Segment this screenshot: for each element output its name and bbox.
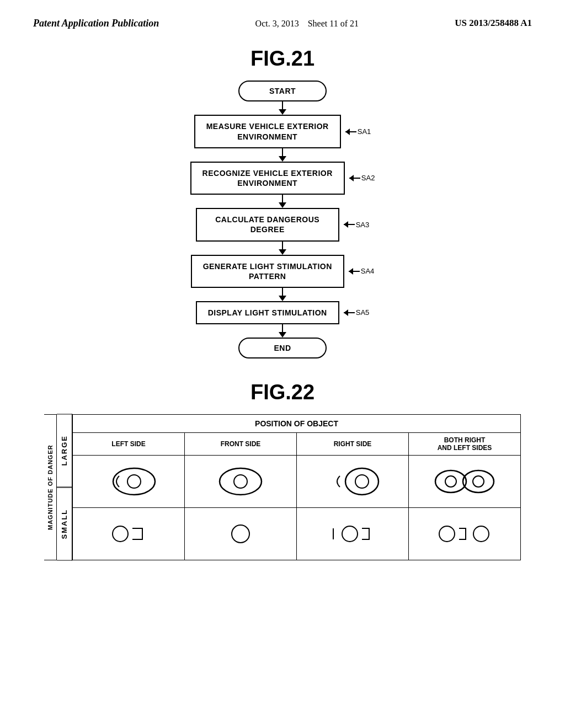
svg-point-1 — [127, 475, 141, 488]
fig22-section: FIG.22 MAGNITUDE OF DANGER LARGE SMALL P… — [44, 381, 521, 560]
diagram-both-large — [409, 457, 520, 506]
eye-svg-front-large — [213, 465, 268, 498]
svg-point-5 — [355, 475, 369, 488]
publication-label: Patent Application Publication — [33, 17, 159, 30]
diagram-left-large — [73, 457, 184, 506]
svg-point-12 — [342, 526, 358, 542]
fig21-title: FIG.21 — [44, 47, 521, 71]
flow-sa1: MEASURE VEHICLE EXTERIORENVIRONMENT SA1 — [194, 115, 371, 148]
sa5-line — [344, 312, 355, 313]
sa2-box: RECOGNIZE VEHICLE EXTERIORENVIRONMENT — [190, 162, 345, 195]
eye-svg-left-large — [98, 465, 159, 498]
end-box: END — [238, 338, 327, 358]
svg-point-4 — [345, 468, 379, 495]
flow-sa4: GENERATE LIGHT STIMULATIONPATTERN SA4 — [191, 255, 375, 288]
arrow-4 — [279, 242, 286, 255]
col-right-side: RIGHT SIDE — [297, 433, 409, 456]
eye-svg-right-large — [322, 465, 383, 498]
shaft-1 — [282, 101, 283, 109]
fig21-section: FIG.21 START MEASURE VEHICLE EXTERIORENV… — [44, 47, 521, 358]
sa2-label: SA2 — [361, 174, 375, 182]
shaft-6 — [282, 324, 283, 332]
svg-point-14 — [473, 526, 489, 542]
flow-sa3: CALCULATE DANGEROUSDEGREE SA3 — [196, 208, 370, 241]
patent-number: US 2013/258488 A1 — [455, 17, 532, 30]
eye-svg-both-small — [431, 517, 498, 550]
head-6 — [279, 332, 286, 338]
sa4-line — [349, 271, 360, 272]
arrow-6 — [279, 324, 286, 338]
header-row: POSITION OF OBJECT — [73, 415, 521, 433]
sa4-box: GENERATE LIGHT STIMULATIONPATTERN — [191, 255, 344, 288]
sa2-line — [349, 178, 360, 179]
cell-left-large — [73, 456, 185, 508]
page-header: Patent Application Publication Oct. 3, 2… — [0, 0, 565, 36]
header-center: Oct. 3, 2013 Sheet 11 of 21 — [255, 17, 359, 30]
date-text: Oct. 3, 2013 — [255, 19, 299, 28]
sa5-label-connector: SA5 — [344, 308, 370, 317]
sa1-label: SA1 — [358, 127, 371, 136]
diagram-front-large — [185, 457, 296, 506]
cell-both-small — [409, 508, 521, 560]
eye-svg-front-small — [213, 517, 268, 550]
flow-end: END — [238, 338, 327, 358]
svg-point-9 — [473, 476, 484, 487]
svg-point-0 — [113, 468, 155, 495]
small-label: SMALL — [57, 488, 72, 561]
svg-point-6 — [435, 470, 466, 493]
eye-svg-both-large — [431, 465, 498, 498]
sa1-box: MEASURE VEHICLE EXTERIORENVIRONMENT — [194, 115, 341, 148]
head-2 — [279, 156, 286, 162]
col-both-sides: BOTH RIGHTAND LEFT SIDES — [409, 433, 521, 456]
side-label-group: MAGNITUDE OF DANGER LARGE SMALL — [44, 414, 72, 560]
fig22-title: FIG.22 — [44, 381, 521, 404]
sa3-box: CALCULATE DANGEROUSDEGREE — [196, 208, 339, 241]
shaft-2 — [282, 148, 283, 156]
sa5-label: SA5 — [356, 308, 370, 317]
svg-point-13 — [439, 526, 455, 542]
eye-svg-right-small — [322, 517, 383, 550]
diagram-front-small — [185, 509, 296, 559]
eye-svg-left-small — [98, 517, 159, 550]
flowchart: START MEASURE VEHICLE EXTERIORENVIRONMEN… — [44, 81, 521, 358]
sa3-label: SA3 — [356, 221, 370, 229]
svg-point-10 — [113, 526, 128, 542]
start-box: START — [238, 81, 327, 101]
magnitude-label: MAGNITUDE OF DANGER — [44, 414, 57, 560]
shaft-4 — [282, 242, 283, 249]
diagram-right-small — [297, 509, 408, 559]
head-5 — [279, 296, 286, 301]
page-content: FIG.21 START MEASURE VEHICLE EXTERIORENV… — [0, 36, 565, 571]
position-header: POSITION OF OBJECT — [73, 415, 521, 433]
sa4-label-connector: SA4 — [349, 267, 375, 275]
cell-front-large — [185, 456, 297, 508]
row-labels: LARGE SMALL — [57, 414, 72, 560]
col-headers: LEFT SIDE FRONT SIDE RIGHT SIDE BOTH RIG… — [73, 433, 521, 456]
arrow-3 — [279, 195, 286, 208]
arrow-1 — [279, 101, 286, 115]
diagram-right-large — [297, 457, 408, 506]
head-1 — [279, 109, 286, 115]
diagram-left-small — [73, 509, 184, 559]
head-4 — [279, 249, 286, 255]
shaft-3 — [282, 195, 283, 202]
svg-point-7 — [445, 476, 456, 487]
arrow-5 — [279, 288, 286, 301]
flow-sa2: RECOGNIZE VEHICLE EXTERIORENVIRONMENT SA… — [190, 162, 375, 195]
cell-right-small — [297, 508, 409, 560]
col-front-side: FRONT SIDE — [185, 433, 297, 456]
sa5-box: DISPLAY LIGHT STIMULATION — [196, 301, 339, 324]
sa3-line — [344, 224, 355, 225]
sheet-text: Sheet 11 of 21 — [308, 19, 359, 28]
svg-point-11 — [232, 525, 249, 543]
col-left-side: LEFT SIDE — [73, 433, 185, 456]
svg-point-2 — [220, 468, 262, 495]
large-label: LARGE — [57, 414, 72, 488]
diagram-both-small — [409, 509, 520, 559]
sa1-label-connector: SA1 — [345, 127, 371, 136]
sa3-label-connector: SA3 — [344, 221, 370, 229]
main-table: POSITION OF OBJECT LEFT SIDE FRONT SIDE … — [72, 414, 521, 560]
small-row — [73, 508, 521, 560]
shaft-5 — [282, 288, 283, 296]
sa4-label: SA4 — [361, 267, 375, 275]
